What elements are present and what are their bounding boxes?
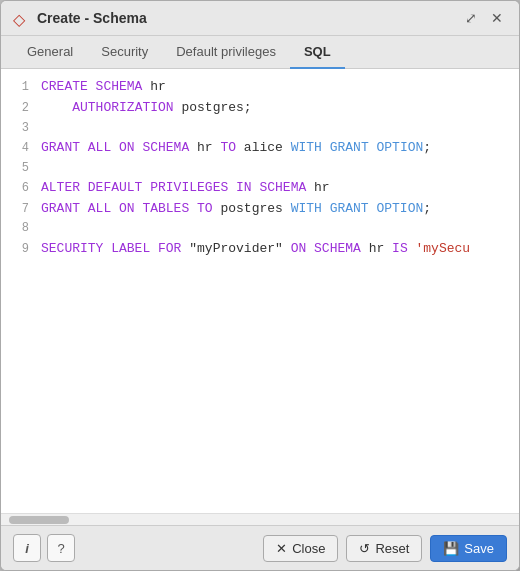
info-button[interactable]: i — [13, 534, 41, 562]
code-editor[interactable]: 1 CREATE SCHEMA hr 2 AUTHORIZATION postg… — [1, 69, 519, 513]
title-bar: ◇ Create - Schema ⤢ ✕ — [1, 1, 519, 36]
sql-content: 1 CREATE SCHEMA hr 2 AUTHORIZATION postg… — [1, 69, 519, 513]
code-line: 9 SECURITY LABEL FOR "myProvider" ON SCH… — [1, 239, 519, 260]
dialog-close-button[interactable]: ✕ — [487, 9, 507, 27]
tab-default-privileges[interactable]: Default privileges — [162, 36, 290, 69]
tab-bar: General Security Default privileges SQL — [1, 36, 519, 69]
reset-icon: ↺ — [359, 541, 370, 556]
save-icon: 💾 — [443, 541, 459, 556]
schema-icon: ◇ — [13, 10, 29, 26]
save-button[interactable]: 💾 Save — [430, 535, 507, 562]
info-icon: i — [25, 541, 29, 556]
close-button[interactable]: ✕ Close — [263, 535, 338, 562]
reset-label: Reset — [375, 541, 409, 556]
code-line: 6 ALTER DEFAULT PRIVILEGES IN SCHEMA hr — [1, 178, 519, 199]
help-button[interactable]: ? — [47, 534, 75, 562]
close-label: Close — [292, 541, 325, 556]
code-line: 4 GRANT ALL ON SCHEMA hr TO alice WITH G… — [1, 138, 519, 159]
code-line: 2 AUTHORIZATION postgres; — [1, 98, 519, 119]
tab-security[interactable]: Security — [87, 36, 162, 69]
save-label: Save — [464, 541, 494, 556]
footer: i ? ✕ Close ↺ Reset 💾 Save — [1, 525, 519, 570]
code-line: 1 CREATE SCHEMA hr — [1, 77, 519, 98]
title-actions: ⤢ ✕ — [461, 9, 507, 27]
footer-left: i ? — [13, 534, 75, 562]
code-line: 3 — [1, 119, 519, 138]
horizontal-scrollbar[interactable] — [1, 513, 519, 525]
scrollbar-thumb[interactable] — [9, 516, 69, 524]
create-schema-dialog: ◇ Create - Schema ⤢ ✕ General Security D… — [0, 0, 520, 571]
code-line: 8 — [1, 219, 519, 238]
tab-sql[interactable]: SQL — [290, 36, 345, 69]
footer-right: ✕ Close ↺ Reset 💾 Save — [263, 535, 507, 562]
expand-button[interactable]: ⤢ — [461, 9, 481, 27]
dialog-title: Create - Schema — [37, 10, 453, 26]
tab-general[interactable]: General — [13, 36, 87, 69]
code-line: 5 — [1, 159, 519, 178]
close-icon: ✕ — [276, 541, 287, 556]
help-icon: ? — [57, 541, 64, 556]
code-line: 7 GRANT ALL ON TABLES TO postgres WITH G… — [1, 199, 519, 220]
reset-button[interactable]: ↺ Reset — [346, 535, 422, 562]
